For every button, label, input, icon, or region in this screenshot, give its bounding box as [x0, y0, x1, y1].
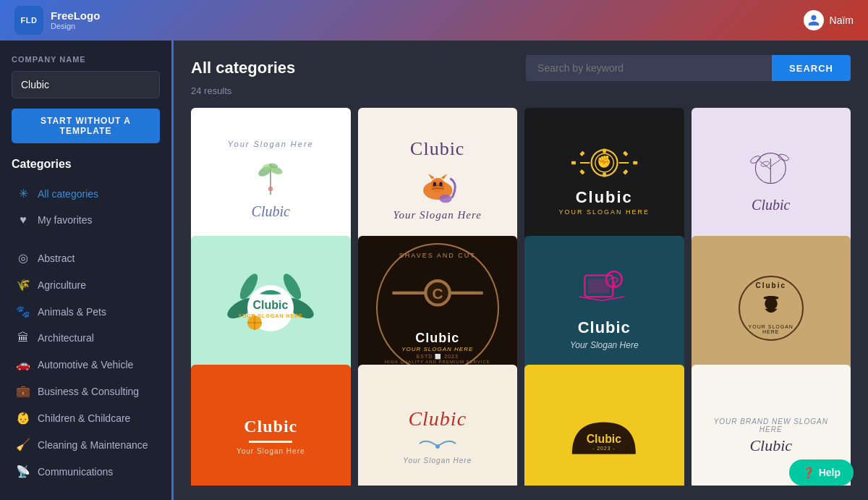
- logo-design-label: Design: [51, 22, 100, 30]
- svg-point-30: [750, 154, 762, 164]
- sidebar-item-children[interactable]: 👶 Children & Childcare: [12, 405, 160, 431]
- sidebar-item-communications[interactable]: 📡 Communications: [12, 459, 160, 484]
- architectural-icon: 🏛: [16, 331, 30, 344]
- logo-badge: FLD: [14, 6, 43, 35]
- favorites-icon: ♥: [16, 213, 30, 226]
- children-icon: 👶: [16, 411, 30, 425]
- logo-card-1[interactable]: Your Slogan Here: [191, 108, 351, 251]
- body-wrap: COMPANY NAME START WITHOUT A TEMPLATE Ca…: [0, 41, 868, 500]
- communications-icon: 📡: [16, 465, 30, 478]
- logo-card-6[interactable]: SHAVES AND CUT C Clubic YOUR SLOGAN HERE: [358, 236, 518, 379]
- logo-text: FreeLogo Design: [51, 10, 100, 31]
- help-label: Help: [819, 467, 841, 478]
- svg-marker-11: [441, 174, 447, 179]
- svg-text:C: C: [432, 285, 443, 302]
- cleaning-icon: 🧹: [16, 438, 30, 452]
- svg-point-5: [268, 187, 273, 191]
- help-icon: ❓: [802, 467, 814, 478]
- logo-card-2[interactable]: Clubic: [358, 108, 518, 251]
- animals-icon: 🐾: [16, 305, 30, 318]
- logo-card-7[interactable]: Clubic Your Slogan Here: [524, 236, 684, 379]
- user-name: Naïm: [830, 14, 854, 26]
- sidebar-item-agriculture[interactable]: 🌾 Agriculture: [12, 272, 160, 297]
- sidebar-item-abstract[interactable]: ◎ Abstract: [12, 245, 160, 271]
- sidebar-item-animals[interactable]: 🐾 Animals & Pets: [12, 299, 160, 324]
- all-categories-icon: ✳: [16, 187, 30, 200]
- main-content: All categories SEARCH 24 results Your Sl…: [174, 41, 868, 500]
- svg-rect-22: [623, 169, 628, 174]
- svg-point-54: [435, 444, 440, 449]
- logo-card-3[interactable]: ✊ Clubic YOUR SLOGAN HERE: [524, 108, 684, 251]
- sidebar-item-label: Business & Consulting: [38, 386, 139, 397]
- app-header: FLD FreeLogo Design Naïm: [0, 0, 868, 41]
- user-area[interactable]: Naïm: [804, 10, 854, 30]
- sidebar-item-cleaning[interactable]: 🧹 Cleaning & Maintenance: [12, 432, 160, 457]
- svg-point-12: [439, 195, 451, 203]
- sidebar-item-label: Architectural: [38, 332, 94, 344]
- company-name-input[interactable]: [12, 71, 160, 98]
- sidebar-item-label: Animals & Pets: [38, 306, 106, 318]
- svg-rect-16: [603, 173, 605, 177]
- search-button[interactable]: SEARCH: [772, 55, 851, 81]
- start-without-template-button[interactable]: START WITHOUT A TEMPLATE: [12, 109, 160, 143]
- svg-rect-15: [603, 149, 605, 153]
- sidebar-item-label: Communications: [38, 466, 113, 478]
- logo-card-10[interactable]: Clubic Your Slogan Here: [358, 365, 518, 486]
- main-header: All categories SEARCH: [191, 55, 851, 81]
- business-icon: 💼: [16, 384, 30, 398]
- sidebar-item-favorites[interactable]: ♥ My favorites: [12, 208, 160, 232]
- help-button[interactable]: ❓ Help: [789, 459, 854, 486]
- sidebar-item-label: Agriculture: [38, 279, 86, 291]
- logo-area: FLD FreeLogo Design: [14, 6, 100, 35]
- svg-text:- 2023 -: - 2023 -: [593, 446, 616, 451]
- search-input[interactable]: [526, 55, 772, 81]
- svg-marker-10: [428, 174, 435, 179]
- svg-text:Clubic: Clubic: [587, 432, 622, 444]
- logo-free: FreeLogo: [51, 10, 100, 22]
- sidebar-item-label: Cleaning & Maintenance: [38, 439, 148, 451]
- sidebar-item-all-categories[interactable]: ✳ All categories: [12, 181, 160, 206]
- sidebar-item-architectural[interactable]: 🏛 Architectural: [12, 326, 160, 350]
- logo-card-9[interactable]: Clubic Your Slogan Here: [191, 365, 351, 486]
- svg-text:YOUR SLOGAN HERE: YOUR SLOGAN HERE: [238, 313, 303, 318]
- results-count: 24 results: [191, 85, 851, 96]
- sidebar-item-label: My favorites: [38, 214, 92, 226]
- agriculture-icon: 🌾: [16, 278, 30, 292]
- svg-rect-18: [633, 161, 637, 164]
- svg-rect-53: [767, 296, 774, 300]
- categories-label: Categories: [12, 158, 160, 171]
- logo-card-5[interactable]: Clubic YOUR SLOGAN HERE: [191, 236, 351, 379]
- svg-text:✊: ✊: [597, 155, 612, 170]
- logo-card-4[interactable]: Clubic: [692, 108, 851, 251]
- search-area: SEARCH: [526, 55, 851, 81]
- sidebar-item-label: Children & Childcare: [38, 412, 130, 424]
- page-title: All categories: [191, 59, 295, 77]
- automotive-icon: 🚗: [16, 357, 30, 371]
- abstract-icon: ◎: [16, 251, 30, 265]
- svg-text:Clubic: Clubic: [253, 299, 289, 311]
- logo-grid: Your Slogan Here: [191, 108, 851, 486]
- svg-point-8: [433, 182, 435, 186]
- logo-card-8[interactable]: Clubic YOUR SLO: [692, 236, 851, 379]
- svg-point-32: [761, 160, 770, 167]
- svg-rect-20: [579, 169, 584, 174]
- sidebar-item-label: Automotive & Vehicle: [38, 359, 133, 370]
- svg-rect-17: [571, 161, 576, 164]
- sidebar-item-label: All categories: [38, 188, 98, 200]
- company-label: COMPANY NAME: [12, 55, 160, 64]
- user-avatar-icon: [804, 10, 824, 30]
- sidebar-item-label: Abstract: [38, 253, 75, 264]
- svg-line-29: [771, 159, 780, 166]
- sidebar-item-business[interactable]: 💼 Business & Consulting: [12, 378, 160, 404]
- svg-rect-21: [623, 151, 628, 156]
- logo-card-11[interactable]: Clubic - 2023 -: [524, 365, 684, 486]
- svg-rect-19: [579, 151, 584, 156]
- sidebar: COMPANY NAME START WITHOUT A TEMPLATE Ca…: [0, 41, 174, 500]
- sidebar-item-automotive[interactable]: 🚗 Automotive & Vehicle: [12, 352, 160, 377]
- svg-point-9: [439, 182, 442, 186]
